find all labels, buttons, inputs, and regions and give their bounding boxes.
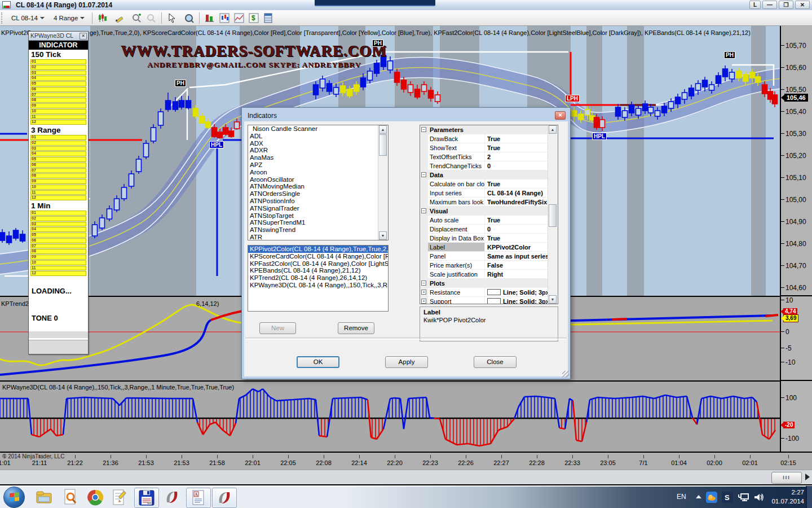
color-swatch[interactable] xyxy=(487,289,501,295)
collapse-icon[interactable]: − xyxy=(421,281,426,286)
expand-icon[interactable]: + xyxy=(421,290,426,295)
property-row-panel[interactable]: PanelSame as input series xyxy=(420,252,549,261)
wayne-slot-row[interactable]: 10 xyxy=(30,109,86,114)
property-group-header[interactable]: −Visual xyxy=(420,207,549,216)
scrollbar-thumb[interactable] xyxy=(379,134,387,156)
close-icon[interactable]: ✕ xyxy=(80,33,87,40)
property-row-display-in-data-box[interactable]: Display in Data BoxTrue xyxy=(420,234,549,243)
minimize-button[interactable]: — xyxy=(762,1,777,9)
property-group-header[interactable]: −Data xyxy=(420,170,549,179)
wayne-slot-row[interactable]: 02 xyxy=(30,65,86,70)
property-row-calculate-on-bar-close[interactable]: Calculate on bar closeTrue xyxy=(420,179,549,189)
restore-button[interactable]: ❐ xyxy=(779,1,793,9)
available-indicator-item[interactable]: Aroon xyxy=(248,169,388,176)
cursor-tool-button[interactable] xyxy=(166,12,178,24)
line-chart-button[interactable] xyxy=(233,12,245,24)
wayne-slot-row[interactable]: 10 xyxy=(30,260,86,265)
available-indicator-item[interactable]: ADX xyxy=(248,140,388,147)
wayne-slot-row[interactable]: 07 xyxy=(30,244,86,249)
wayne-slot-row[interactable]: 08 xyxy=(30,98,86,103)
property-row-auto-scale[interactable]: Auto scaleTrue xyxy=(420,216,549,225)
wayne-slot-row[interactable]: 04 xyxy=(30,151,86,156)
available-indicators-list[interactable]: Nison Candle ScannerADLADXADXRAnaMasAPZA… xyxy=(248,125,389,240)
wayne-slot-row[interactable]: 03 xyxy=(30,222,86,227)
taskbar-item-search[interactable] xyxy=(59,488,82,507)
background-window-edge[interactable] xyxy=(315,0,435,6)
wayne-slot-row[interactable]: 11 xyxy=(30,190,86,195)
collapse-icon[interactable]: − xyxy=(421,127,426,132)
selected-indicator-item[interactable]: KPPivot2Color(CL 08-14 (4 Range),True,Tr… xyxy=(248,246,388,253)
dialog-title[interactable]: Indicators xyxy=(244,110,568,121)
new-button[interactable]: New xyxy=(259,322,296,334)
available-indicator-item[interactable]: ATR xyxy=(248,234,388,240)
wayne-slot-row[interactable]: 04 xyxy=(30,227,86,232)
wayne-slot-row[interactable]: 09 xyxy=(30,179,86,184)
tray-expand-icon[interactable] xyxy=(696,495,701,498)
scroll-down-arrow[interactable]: ▼ xyxy=(379,231,387,240)
zoom-out-button[interactable] xyxy=(145,12,157,24)
wayne-slot-row[interactable]: 09 xyxy=(30,255,86,260)
scroll-up-arrow[interactable]: ▲ xyxy=(379,125,387,134)
dialog-close-button[interactable]: ✕ xyxy=(555,111,566,120)
selected-indicators-list[interactable]: KPPivot2Color(CL 08-14 (4 Range),True,Tr… xyxy=(248,245,389,312)
taskbar-item-document[interactable]: A xyxy=(186,488,211,508)
available-indicator-item[interactable]: ADXR xyxy=(248,147,388,154)
chart-style-button[interactable] xyxy=(96,12,109,24)
language-indicator[interactable]: EN xyxy=(677,493,686,501)
scroll-grip[interactable]: III xyxy=(771,472,802,484)
color-swatch[interactable] xyxy=(487,298,501,304)
wayne-slot-row[interactable]: 02 xyxy=(30,216,86,221)
taskbar-clock[interactable]: 2:27 01.07.2014 xyxy=(771,488,804,506)
market-analyzer-button[interactable] xyxy=(204,12,216,24)
remove-button[interactable]: Remove xyxy=(338,322,374,334)
draw-tool-button[interactable] xyxy=(113,12,126,24)
wayne-slot-row[interactable]: 12 xyxy=(30,271,86,276)
wayne-slot-row[interactable]: 03 xyxy=(30,71,86,76)
property-row-scale-justification[interactable]: Scale justificationRight xyxy=(420,270,549,279)
account-button[interactable]: $ xyxy=(248,12,260,24)
scroll-up-arrow[interactable]: ▲ xyxy=(549,125,557,134)
data-box-button[interactable] xyxy=(262,12,275,24)
wayne-slot-row[interactable]: 11 xyxy=(30,266,86,271)
available-indicator-item[interactable]: ATNMovingMedian xyxy=(248,183,388,190)
available-indicator-item[interactable]: ATNOrdersSingle xyxy=(248,190,388,198)
available-indicator-item[interactable]: ADL xyxy=(248,133,388,140)
property-row-input-series[interactable]: Input seriesCL 08-14 (4 Range) xyxy=(420,189,549,198)
property-grid-scrollbar[interactable]: ▲ ▼ xyxy=(548,125,558,304)
wayne-slot-row[interactable]: 06 xyxy=(30,238,86,243)
scroll-down-arrow[interactable]: ▼ xyxy=(549,295,557,304)
ok-button[interactable]: OK xyxy=(297,356,339,368)
wayne-slot-row[interactable]: 07 xyxy=(30,168,86,173)
wayne-slot-row[interactable]: 04 xyxy=(30,76,86,81)
available-indicator-item[interactable]: ATNPostionInfo xyxy=(248,198,388,205)
available-indicator-item[interactable]: AroonOscillator xyxy=(248,176,388,183)
available-indicator-item[interactable]: Nison Candle Scanner xyxy=(248,125,388,133)
taskbar-item-chrome[interactable] xyxy=(83,488,107,507)
zoom-in-button[interactable] xyxy=(130,12,143,24)
property-row-trendchangeticks[interactable]: TrendChangeTicks0 xyxy=(420,161,549,170)
taskbar-item-explorer[interactable] xyxy=(33,488,56,507)
kpwayne3d-panel[interactable]: KPWayne3D CL ✕ INDICATOR 150 Tick0102030… xyxy=(28,31,89,354)
list-scrollbar[interactable]: ▲ ▼ xyxy=(378,125,388,240)
show-desktop-button[interactable] xyxy=(806,486,812,508)
scrollbar-thumb[interactable] xyxy=(549,204,557,227)
property-group-header[interactable]: −Parameters xyxy=(420,125,549,134)
expand-icon[interactable]: + xyxy=(421,299,426,304)
period-dropdown[interactable]: 4 Range xyxy=(50,14,88,23)
apply-button[interactable]: Apply xyxy=(385,356,428,368)
property-row-displacement[interactable]: Displacement0 xyxy=(420,225,549,234)
cloud-tray-icon[interactable] xyxy=(706,492,717,503)
available-indicator-item[interactable]: AnaMas xyxy=(248,154,388,161)
wayne-slot-row[interactable]: 07 xyxy=(30,93,86,98)
taskbar-item-notepad[interactable] xyxy=(108,488,132,507)
wayne-slot-row[interactable]: 10 xyxy=(30,185,86,190)
lock-button[interactable]: L xyxy=(749,1,761,9)
wayne-slot-row[interactable]: 05 xyxy=(30,81,86,86)
property-row-showtext[interactable]: ShowTextTrue xyxy=(420,143,549,152)
property-row-resistance[interactable]: +ResistanceLine; Solid; 3px xyxy=(420,288,549,297)
wayne-slot-row[interactable]: 01 xyxy=(30,135,86,140)
wayne-slot-row[interactable]: 05 xyxy=(30,157,86,162)
wayne-slot-row[interactable]: 03 xyxy=(30,146,86,151)
selected-indicator-item[interactable]: KPScoreCardColor(CL 08-14 (4 Range),Colo… xyxy=(248,253,388,260)
available-indicator-item[interactable]: ATNSignalTrader xyxy=(248,205,388,212)
